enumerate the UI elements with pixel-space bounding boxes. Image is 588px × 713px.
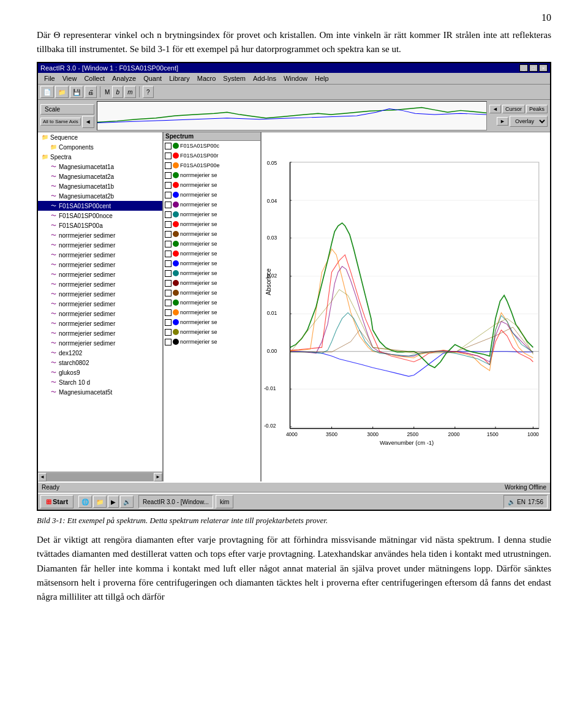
tree-item-mag2a[interactable]: 〜 Magnesiumacetat2a: [38, 172, 162, 181]
menu-view[interactable]: View: [59, 74, 81, 83]
tree-item-starch08[interactable]: 〜 starch0802: [38, 358, 162, 368]
spectrum-row-21[interactable]: norrmejerier se: [164, 337, 260, 347]
menu-system[interactable]: System: [219, 74, 249, 83]
tree-item-components[interactable]: 📁 Components: [38, 142, 162, 152]
tree-item-f01sa01a[interactable]: 〜 F01SA01SP00a: [38, 221, 162, 230]
quicklaunch-btn2[interactable]: 📁: [93, 496, 107, 508]
peaks-button[interactable]: Peaks: [526, 105, 548, 113]
spectrum-row-1[interactable]: F01SA01SP00c: [164, 141, 260, 151]
spectrum-checkbox-18[interactable]: [165, 309, 172, 316]
menu-addins[interactable]: Add-Ins: [249, 74, 280, 83]
menu-macro[interactable]: Macro: [194, 74, 220, 83]
tree-item-norr2[interactable]: 〜 norrmejerier sedimer: [38, 240, 162, 250]
spectrum-row-11[interactable]: norrmejerier se: [164, 239, 260, 249]
tree-item-norr6[interactable]: 〜 norrmejerier sedimer: [38, 279, 162, 289]
horizontal-scrollbar[interactable]: ◄ ►: [38, 472, 162, 481]
spectrum-checkbox-7[interactable]: [165, 202, 172, 208]
spectrum-row-15[interactable]: norrmejerier se: [164, 278, 260, 288]
toolbar-print[interactable]: 🖨: [85, 86, 97, 98]
tree-item-norr8[interactable]: 〜 norrmejerier sedimer: [38, 299, 162, 309]
spectrum-row-19[interactable]: norrmejerier se: [164, 317, 260, 327]
toolbar-b[interactable]: b: [112, 86, 123, 98]
menu-library[interactable]: Library: [165, 74, 194, 83]
overlay-select[interactable]: Overlay: [510, 116, 548, 127]
tree-item-sequence[interactable]: 📁 Sequence: [38, 132, 162, 142]
spectrum-checkbox-6[interactable]: [165, 192, 172, 198]
tree-item-f01sa01[interactable]: 〜 F01SA01SP00cent: [38, 201, 162, 211]
spectrum-checkbox-12[interactable]: [165, 251, 172, 257]
spectrum-row-17[interactable]: norrmejerier se: [164, 298, 260, 307]
tree-item-norr7[interactable]: 〜 norrmejerier sedimer: [38, 289, 162, 299]
spectrum-row-16[interactable]: norrmejerier se: [164, 288, 260, 298]
spectrum-checkbox-20[interactable]: [165, 329, 172, 336]
spectrum-checkbox-21[interactable]: [165, 339, 172, 345]
quicklaunch-btn3[interactable]: ▶: [108, 496, 119, 508]
spectrum-row-14[interactable]: norrmejerier se: [164, 268, 260, 278]
tree-item-mag2b[interactable]: 〜 Magnesiumacetat2b: [38, 191, 162, 201]
menu-collect[interactable]: Collect: [80, 74, 108, 83]
spectrum-row-4[interactable]: norrmejerier se: [164, 170, 260, 180]
arrow-nav-right[interactable]: ►: [497, 117, 508, 126]
spectrum-checkbox-16[interactable]: [165, 290, 172, 296]
menu-quant[interactable]: Quant: [140, 74, 165, 83]
quicklaunch-btn1[interactable]: 🌐: [78, 496, 92, 508]
spectrum-row-18[interactable]: norrmejerier se: [164, 307, 260, 317]
spectrum-checkbox-8[interactable]: [165, 211, 172, 218]
spectrum-row-9[interactable]: norrmejerier se: [164, 219, 260, 229]
arrow-left-btn[interactable]: ◄: [82, 116, 94, 128]
toolbar-new[interactable]: 📄: [40, 86, 54, 98]
tree-item-norr4[interactable]: 〜 norrmejerier sedimer: [38, 260, 162, 270]
quicklaunch-btn4[interactable]: 🔊: [120, 496, 134, 508]
toolbar-m2[interactable]: m: [124, 86, 135, 98]
menu-help[interactable]: Help: [311, 74, 333, 83]
tree-item-norr9[interactable]: 〜 norrmejerier sedimer: [38, 309, 162, 319]
spectrum-checkbox-14[interactable]: [165, 270, 172, 277]
spectrum-checkbox-17[interactable]: [165, 300, 172, 306]
all-to-same-button[interactable]: All to Same Axis: [40, 118, 81, 126]
spectrum-row-3[interactable]: F01SA01SP00e: [164, 160, 260, 170]
tree-item-spectra[interactable]: 📁 Spectra: [38, 152, 162, 162]
spectrum-row-2[interactable]: F01SA01SP00r: [164, 151, 260, 160]
arrow-nav-left[interactable]: ◄: [489, 105, 501, 113]
spectrum-row-6[interactable]: norrmejerier se: [164, 190, 260, 200]
scroll-right-btn[interactable]: ►: [154, 473, 162, 481]
tree-item-mag1a[interactable]: 〜 Magnesiumacetat1a: [38, 162, 162, 172]
spectrum-row-7[interactable]: norrmejerier se: [164, 200, 260, 209]
start-button[interactable]: ⊞ Start: [40, 495, 74, 508]
toolbar-help[interactable]: ?: [143, 86, 154, 98]
spectrum-checkbox-9[interactable]: [165, 221, 172, 228]
menu-file[interactable]: File: [40, 74, 59, 83]
minimize-button[interactable]: _: [519, 64, 528, 72]
scale-button[interactable]: Scale: [40, 104, 94, 115]
menu-window[interactable]: Window: [280, 74, 311, 83]
spectrum-checkbox-19[interactable]: [165, 319, 172, 326]
spectrum-checkbox-15[interactable]: [165, 280, 172, 287]
tree-item-norr1[interactable]: 〜 norrmejerier sedimer: [38, 230, 162, 240]
toolbar-save[interactable]: 💾: [70, 86, 83, 98]
spectrum-row-10[interactable]: norrmejerier se: [164, 229, 260, 239]
tree-item-glukos[interactable]: 〜 glukos9: [38, 368, 162, 377]
spectrum-row-5[interactable]: norrmejerier se: [164, 180, 260, 190]
menu-analyze[interactable]: Analyze: [108, 74, 140, 83]
tree-item-norr11[interactable]: 〜 norrmejerier sedimer: [38, 328, 162, 338]
spectrum-checkbox-4[interactable]: [165, 172, 172, 179]
maximize-button[interactable]: □: [529, 64, 538, 72]
tree-item-starch10[interactable]: 〜 Starch 10 d: [38, 377, 162, 387]
spectrum-checkbox-13[interactable]: [165, 260, 172, 267]
spectrum-row-12[interactable]: norrmejerier se: [164, 249, 260, 258]
spectrum-checkbox-3[interactable]: [165, 162, 172, 169]
spectrum-checkbox-11[interactable]: [165, 241, 172, 247]
toolbar-open[interactable]: 📁: [55, 86, 69, 98]
spectrum-row-13[interactable]: norrmejerier se: [164, 258, 260, 268]
taskbar-kim-btn[interactable]: kim: [216, 495, 234, 508]
cursor-button[interactable]: Cursor: [502, 105, 525, 113]
close-button[interactable]: ×: [539, 64, 548, 72]
scroll-left-btn[interactable]: ◄: [38, 473, 47, 481]
spectrum-checkbox-1[interactable]: [165, 143, 172, 149]
tree-item-norr3[interactable]: 〜 norrmejerier sedimer: [38, 250, 162, 260]
tree-item-dex[interactable]: 〜 dex1202: [38, 348, 162, 358]
tree-item-norr5[interactable]: 〜 norrmejerier sedimer: [38, 270, 162, 279]
spectrum-row-8[interactable]: norrmejerier se: [164, 209, 260, 219]
tree-item-mag1b[interactable]: 〜 Magnesiumacetat1b: [38, 181, 162, 191]
tree-item-mag5t[interactable]: 〜 Magnesiumacetat5t: [38, 387, 162, 397]
